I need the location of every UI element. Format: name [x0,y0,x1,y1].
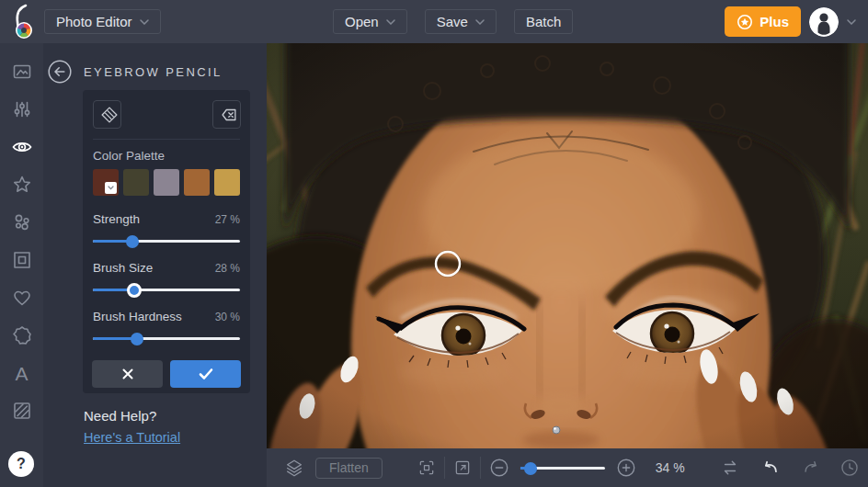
account-area: Plus [725,0,856,43]
text-icon-glyph: A [15,364,28,383]
need-help-heading: Need Help? [84,408,180,424]
chevron-down-icon [475,19,485,25]
close-icon [120,367,135,381]
text-icon[interactable]: A [11,362,33,384]
app-menu-label: Photo Editor [56,14,132,29]
color-swatches [93,169,240,196]
open-button[interactable]: Open [333,9,407,34]
color-palette-label: Color Palette [93,149,240,163]
confirm-actions [92,360,241,388]
chevron-down-icon [386,19,395,25]
star-icon[interactable] [11,174,33,196]
help-section: Need Help? Here's a Tutorial [84,408,180,446]
strength-slider-row: Strength 27 % [93,212,240,248]
strength-slider[interactable] [93,233,240,248]
eraser-icon[interactable] [212,100,241,129]
chevron-down-icon [108,186,114,190]
tool-options-card: Color Palette Strength 27 % [83,90,250,393]
cancel-button[interactable] [92,360,163,388]
slider-thumb[interactable] [127,283,142,298]
plus-label: Plus [760,14,789,29]
divider [93,139,240,140]
apply-button[interactable] [170,360,241,388]
file-actions: Open Save Batch [333,9,573,34]
undo-icon[interactable] [760,458,781,478]
open-fullscreen-icon[interactable] [453,459,472,477]
brush-tip-icon[interactable] [93,100,121,129]
brush-hardness-label: Brush Hardness [93,310,182,323]
tool-mode-row [83,90,250,129]
eye-icon[interactable] [11,136,33,158]
strength-value: 27 % [215,213,240,226]
color-swatch[interactable] [214,169,240,196]
compare-icon[interactable] [720,458,740,478]
back-button[interactable] [48,60,72,84]
app-menu-button[interactable]: Photo Editor [44,9,161,34]
chevron-down-icon[interactable] [847,19,856,25]
zoom-slider[interactable] [520,460,605,475]
save-button[interactable]: Save [425,9,497,34]
heart-icon[interactable] [11,287,33,309]
swatch-dropdown-chip[interactable] [105,182,117,194]
slider-thumb[interactable] [524,462,537,475]
divider [444,457,445,479]
adjust-sliders-icon[interactable] [11,98,33,120]
strength-label: Strength [93,212,140,226]
brush-size-label: Brush Size [93,261,153,275]
main-area: A ? EYEBROW PENCIL [0,43,868,487]
bubbles-icon[interactable] [11,211,33,233]
brush-hardness-slider[interactable] [93,331,240,345]
star-badge-icon [737,14,753,30]
checkmark-icon [198,367,214,381]
tutorial-link[interactable]: Here's a Tutorial [84,430,180,445]
color-swatch[interactable] [123,169,149,196]
slider-thumb[interactable] [131,333,143,345]
color-swatch-selected[interactable] [93,169,119,196]
brush-size-value: 28 % [215,262,240,275]
color-swatch[interactable] [154,169,179,196]
canvas-toolbar: Flatten 34 % [267,448,868,487]
canvas-column: Flatten 34 % [267,43,868,487]
brush-size-slider-row: Brush Size 28 % [93,261,240,297]
brush-hardness-value: 30 % [215,311,240,323]
layers-icon[interactable] [284,458,304,478]
image-icon[interactable] [11,61,33,83]
brush-size-slider[interactable] [93,282,240,297]
frame-icon[interactable] [11,249,33,271]
zoom-out-icon[interactable] [489,458,509,478]
zoom-in-icon[interactable] [616,458,636,478]
eyebrow-pencil-panel: EYEBROW PENCIL Color Palette [43,43,267,487]
brush-hardness-slider-row: Brush Hardness 30 % [93,310,240,345]
zoom-level-value: 34 % [656,460,694,475]
top-bar: Photo Editor Open Save Batch Plu [0,0,868,43]
befunky-logo-icon[interactable] [8,4,40,40]
badge-icon[interactable] [11,324,33,346]
flatten-button[interactable]: Flatten [315,458,383,479]
history-icon[interactable] [839,458,860,478]
zoom-to-fit-icon[interactable] [417,459,436,477]
panel-title: EYEBROW PENCIL [84,65,223,79]
canvas[interactable] [267,43,868,448]
color-swatch[interactable] [184,169,210,196]
divider [480,457,481,479]
slider-thumb[interactable] [126,235,139,248]
redo-icon[interactable] [801,458,821,478]
plus-upgrade-button[interactable]: Plus [725,6,801,37]
texture-icon[interactable] [11,400,33,422]
photo-image [267,43,868,448]
chevron-down-icon [140,19,149,25]
photo-editor-app: Photo Editor Open Save Batch Plu [0,0,868,487]
help-button[interactable]: ? [8,451,34,477]
tool-sidebar: A ? [0,43,43,487]
user-avatar[interactable] [809,7,839,37]
help-glyph: ? [17,456,26,472]
batch-button[interactable]: Batch [514,9,573,34]
